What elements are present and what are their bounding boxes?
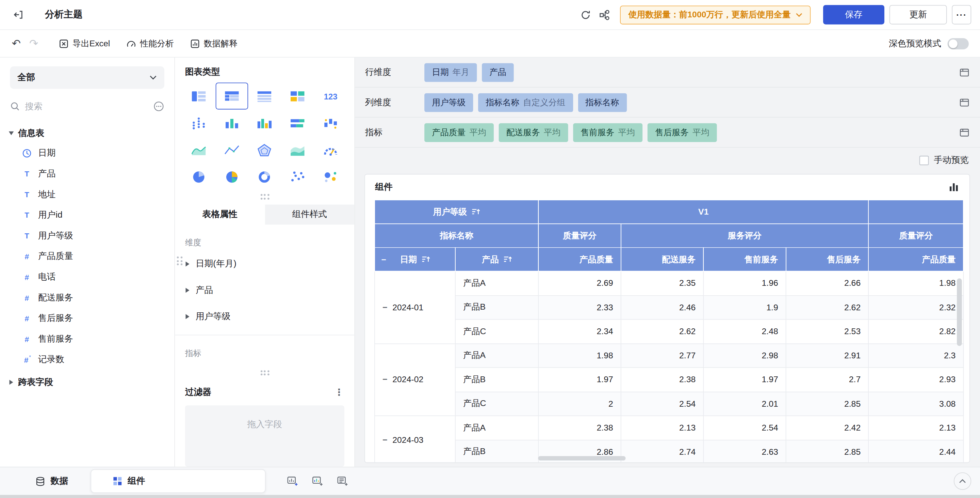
chart-type-stacked-bar-icon[interactable] [281,109,314,136]
header-date[interactable]: − 日期 [375,247,455,271]
collapse-group-icon[interactable]: − [382,375,387,385]
filter-more-icon[interactable] [153,101,164,112]
field-item[interactable]: T地址 [0,184,174,205]
field-pill[interactable]: 日期年月 [424,63,477,82]
collapse-group-icon[interactable]: − [382,303,387,312]
field-item[interactable]: #产品质量 [0,246,174,267]
field-pill[interactable]: 售前服务平均 [573,123,643,142]
tab-data[interactable]: 数据 [35,476,68,487]
chart-type-detail-table-icon[interactable] [248,83,282,109]
chart-type-gauge-chart-icon[interactable] [314,136,347,163]
header-quality-score[interactable]: 质量评分 [538,224,620,247]
collapse-group-icon[interactable]: − [382,435,387,445]
header-product-quality[interactable]: 产品质量 [538,247,620,271]
performance-analysis-button[interactable]: 性能分析 [126,38,174,49]
vertical-scrollbar[interactable] [957,278,962,346]
field-item[interactable]: #电话 [0,267,174,287]
update-button[interactable]: 更新 [889,5,947,24]
field-pill[interactable]: 产品质量平均 [424,123,494,142]
lineage-icon[interactable] [595,5,614,24]
chart-type-bubble-chart-icon[interactable] [314,163,347,190]
redo-button[interactable]: ↷ [25,37,42,50]
field-item[interactable]: T用户等级 [0,225,174,246]
header-presale-service[interactable]: 售前服务 [703,247,786,271]
more-button[interactable]: ··· [952,5,971,24]
sort-icon[interactable] [421,255,430,263]
chart-type-area-chart-icon[interactable] [182,136,215,163]
header-quality-score-2[interactable]: 质量评分 [869,224,963,247]
chart-switch-icon[interactable] [948,182,959,193]
field-pill[interactable]: 售后服务平均 [648,123,717,142]
tab-table-properties[interactable]: 表格属性 [175,204,265,225]
exit-icon[interactable] [9,5,27,24]
add-text-widget-icon[interactable] [334,473,351,490]
filter-drop-zone[interactable]: 拖入字段 [185,405,344,467]
chart-type-pie-chart-icon[interactable] [182,163,215,190]
refresh-icon[interactable] [576,5,595,24]
collapse-all-icon[interactable]: − [381,255,386,264]
header-metric-name[interactable]: 指标名称 [375,224,538,247]
chart-type-kpi-card-icon[interactable]: 123 [314,83,347,109]
dimension-item[interactable]: 产品 [175,277,354,303]
chart-type-scatter-chart-icon[interactable] [281,163,314,190]
field-item[interactable]: 日期 [0,143,174,163]
data-volume-banner[interactable]: 使用数据量：前1000万行，更新后使用全量 [620,5,811,24]
manual-preview-checkbox[interactable] [920,155,929,165]
chart-type-cross-table-icon[interactable] [215,83,248,109]
header-delivery-service[interactable]: 配送服务 [621,247,703,271]
chart-type-radar-chart-icon[interactable] [248,136,282,163]
header-user-level[interactable]: 用户等级 [375,200,538,224]
section-resize-handle[interactable] [260,370,269,375]
well-settings-icon[interactable] [959,127,970,138]
header-product-quality-2[interactable]: 产品质量 [869,247,963,271]
chart-type-dot-column-icon[interactable] [182,109,215,136]
chart-type-color-table-icon[interactable] [281,83,314,109]
chart-type-stacked-area-icon[interactable] [281,136,314,163]
field-pill[interactable]: 产品 [482,63,514,82]
field-pill[interactable]: 用户等级 [424,93,473,112]
save-button[interactable]: 保存 [823,5,885,24]
tab-component-style[interactable]: 组件样式 [265,204,355,225]
panel-resize-handle[interactable] [177,257,182,265]
field-pill[interactable]: 配送服务平均 [499,123,568,142]
undo-button[interactable]: ↶ [8,37,25,50]
search-input[interactable] [25,102,148,112]
field-item[interactable]: #售后服务 [0,308,174,329]
chart-type-donut-chart-icon[interactable] [248,163,282,190]
well-settings-icon[interactable] [959,97,970,108]
collapse-panel-button[interactable] [954,472,971,490]
dimension-item[interactable]: 日期(年月) [175,251,354,277]
export-excel-button[interactable]: 导出Excel [59,38,110,49]
field-item[interactable]: #*记录数 [0,349,174,370]
header-group-v1[interactable]: V1 [538,200,869,224]
well-settings-icon[interactable] [959,67,970,78]
filter-menu-icon[interactable]: ⋮ [334,386,344,398]
header-aftersale-service[interactable]: 售后服务 [786,247,869,271]
cross-table-fields-group[interactable]: 跨表字段 [0,373,174,392]
chart-type-line-chart-icon[interactable] [215,136,248,163]
add-chart-widget-icon[interactable] [285,473,301,490]
header-service-score[interactable]: 服务评分 [621,224,869,247]
chart-type-column-chart-icon[interactable] [215,109,248,136]
section-resize-handle[interactable] [260,194,269,199]
field-item[interactable]: T用户id [0,205,174,225]
field-item[interactable]: T产品 [0,163,174,184]
chart-type-range-column-icon[interactable] [314,109,347,136]
field-pill[interactable]: 指标名称 [578,93,627,112]
dark-mode-toggle[interactable] [947,38,969,49]
header-product[interactable]: 产品 [455,247,538,271]
field-item[interactable]: #售前服务 [0,328,174,349]
chart-type-rose-pie-icon[interactable] [215,163,248,190]
chart-type-group-table-icon[interactable] [182,83,215,109]
chart-type-multi-column-icon[interactable] [248,109,282,136]
dimension-item[interactable]: 用户等级 [175,303,354,329]
tab-component[interactable]: 组件 [91,469,266,493]
field-item[interactable]: #配送服务 [0,287,174,308]
table-filter-select[interactable]: 全部 [10,66,164,89]
table-group-info[interactable]: 信息表 [0,124,174,143]
sort-icon[interactable] [503,255,512,263]
horizontal-scrollbar[interactable] [538,456,625,461]
add-table-widget-icon[interactable] [309,473,326,490]
field-pill[interactable]: 指标名称自定义分组 [478,93,573,112]
sort-icon[interactable] [471,208,480,216]
